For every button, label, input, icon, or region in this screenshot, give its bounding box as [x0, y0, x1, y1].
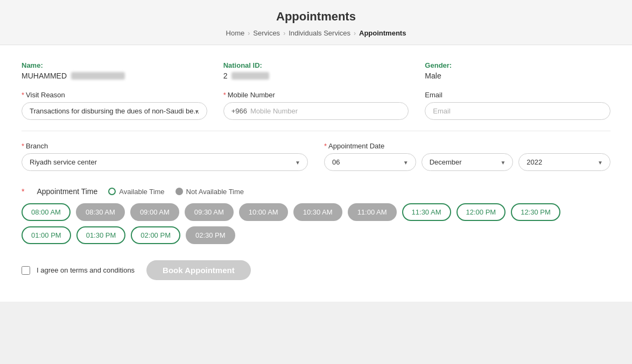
breadcrumb-appointments: Appointments	[359, 29, 406, 37]
legend-available-label: Available Time	[119, 188, 164, 196]
name-value: MUHAMMED	[22, 72, 207, 80]
appointment-date-group: *Appointment Date 0102030405060708091011…	[324, 142, 610, 171]
legend-available-item: Available Time	[108, 188, 164, 196]
time-slot-11-00-AM: 11:00 AM	[348, 203, 397, 221]
time-slots-row-1: 08:00 AM08:30 AM09:00 AM09:30 AM10:00 AM…	[22, 203, 610, 221]
time-slot-09-00-AM: 09:00 AM	[130, 203, 179, 221]
gender-value: Male	[425, 72, 610, 80]
national-id-group: National ID: 2	[223, 61, 409, 80]
agree-checkbox[interactable]	[22, 266, 30, 275]
year-select-wrapper[interactable]: 202220232024	[518, 153, 610, 171]
national-id-label: National ID:	[223, 61, 409, 69]
visit-reason-select-wrapper[interactable]: Transactions for disbursing the dues of …	[22, 102, 207, 120]
time-slot-12-00-PM[interactable]: 12:00 PM	[457, 203, 506, 221]
branch-date-row: *Branch Riyadh service center *Appointme…	[22, 142, 610, 171]
book-appointment-button[interactable]: Book Appointment	[146, 260, 251, 280]
mobile-group: *Mobile Number +966	[223, 91, 409, 120]
name-label: Name:	[22, 61, 207, 69]
time-legend: * Appointment Time Available Time Not Av…	[22, 187, 610, 196]
year-select[interactable]: 202220232024	[518, 153, 610, 171]
time-slot-12-30-PM[interactable]: 12:30 PM	[511, 203, 560, 221]
breadcrumb-services[interactable]: Services	[253, 29, 280, 37]
required-star-branch: *	[22, 142, 24, 150]
contact-info-row: *Visit Reason Transactions for disbursin…	[22, 91, 610, 120]
national-id-blurred	[231, 72, 269, 80]
personal-info-row: Name: MUHAMMED National ID: 2 Gender: Ma…	[22, 61, 610, 80]
time-slot-10-30-AM: 10:30 AM	[293, 203, 342, 221]
required-star-date: *	[324, 142, 327, 150]
available-circle-icon	[108, 188, 116, 195]
time-slot-02-30-PM: 02:30 PM	[186, 226, 235, 244]
email-group: Email	[425, 91, 610, 120]
appointment-time-section: * Appointment Time Available Time Not Av…	[22, 187, 610, 244]
required-star-reason: *	[22, 91, 24, 99]
time-slot-09-30-AM: 09:30 AM	[185, 203, 234, 221]
mobile-label: *Mobile Number	[223, 91, 409, 99]
gender-label: Gender:	[425, 61, 610, 69]
main-content: Name: MUHAMMED National ID: 2 Gender: Ma…	[0, 45, 632, 302]
required-star-time: *	[22, 187, 24, 196]
time-slots-row-2: 01:00 PM01:30 PM02:00 PM02:30 PM	[22, 226, 610, 244]
appointment-date-label: *Appointment Date	[324, 142, 610, 150]
phone-prefix: +966	[231, 103, 247, 119]
day-select[interactable]: 0102030405060708091011121314151617181920…	[324, 153, 416, 171]
breadcrumb-individuals[interactable]: Individuals Services	[289, 29, 350, 37]
date-selects: 0102030405060708091011121314151617181920…	[324, 153, 610, 171]
time-slot-08-30-AM: 08:30 AM	[76, 203, 125, 221]
breadcrumb: Home › Services › Individuals Services ›…	[0, 29, 632, 37]
mobile-input[interactable]	[250, 103, 401, 119]
time-slot-02-00-PM[interactable]: 02:00 PM	[131, 226, 180, 244]
appointment-time-label: Appointment Time	[37, 187, 97, 196]
month-select[interactable]: JanuaryFebruaryMarchAprilMayJuneJulyAugu…	[422, 153, 514, 171]
chevron-icon-3: ›	[354, 30, 356, 37]
divider	[22, 131, 610, 131]
gender-group: Gender: Male	[425, 61, 610, 80]
chevron-icon-2: ›	[283, 30, 285, 37]
header: Appointments Home › Services › Individua…	[0, 0, 632, 45]
mobile-input-wrapper: +966	[223, 102, 409, 120]
visit-reason-select[interactable]: Transactions for disbursing the dues of …	[22, 102, 207, 120]
visit-reason-group: *Visit Reason Transactions for disbursin…	[22, 91, 207, 120]
not-available-circle-icon	[175, 188, 183, 195]
legend-not-available-item: Not Available Time	[175, 188, 244, 196]
chevron-icon-1: ›	[248, 30, 250, 37]
branch-select-wrapper[interactable]: Riyadh service center	[22, 153, 308, 171]
visit-reason-label: *Visit Reason	[22, 91, 207, 99]
branch-label: *Branch	[22, 142, 308, 150]
name-group: Name: MUHAMMED	[22, 61, 207, 80]
national-id-value: 2	[223, 72, 409, 80]
required-star-mobile: *	[223, 91, 226, 99]
time-slot-11-30-AM[interactable]: 11:30 AM	[402, 203, 451, 221]
legend-not-available-label: Not Available Time	[186, 188, 244, 196]
branch-group: *Branch Riyadh service center	[22, 142, 308, 171]
email-label: Email	[425, 91, 610, 99]
agree-label: I agree on terms and conditions	[37, 266, 135, 274]
month-select-wrapper[interactable]: JanuaryFebruaryMarchAprilMayJuneJulyAugu…	[422, 153, 514, 171]
name-blurred	[71, 72, 125, 80]
time-slot-10-00-AM: 10:00 AM	[239, 203, 288, 221]
email-input[interactable]	[425, 102, 610, 120]
branch-select[interactable]: Riyadh service center	[22, 153, 308, 171]
time-slot-01-00-PM[interactable]: 01:00 PM	[22, 226, 71, 244]
time-slot-01-30-PM[interactable]: 01:30 PM	[76, 226, 126, 244]
time-slot-08-00-AM[interactable]: 08:00 AM	[22, 203, 71, 221]
breadcrumb-home[interactable]: Home	[226, 29, 245, 37]
page-title: Appointments	[0, 10, 632, 24]
footer-section: I agree on terms and conditions Book App…	[22, 260, 610, 280]
day-select-wrapper[interactable]: 0102030405060708091011121314151617181920…	[324, 153, 416, 171]
